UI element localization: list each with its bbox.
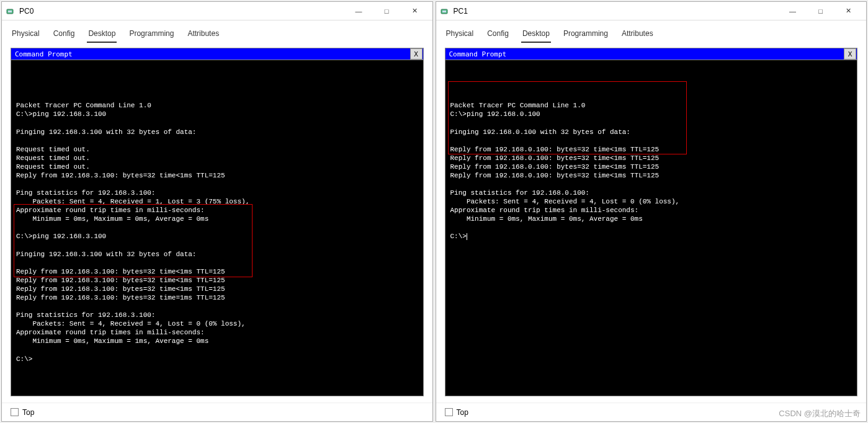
terminal-line: Reply from 192.168.3.100: bytes=32 time<… [16, 276, 418, 285]
terminal-line: Reply from 192.168.3.100: bytes=32 time<… [16, 171, 418, 180]
terminal-line: Ping statistics for 192.168.3.100: [16, 189, 418, 197]
terminal-line: C:\> [16, 355, 418, 363]
terminal-line [16, 302, 418, 311]
tab-config[interactable]: Config [52, 27, 76, 43]
terminal-line: Reply from 192.168.3.100: bytes=32 time=… [16, 293, 418, 302]
command-prompt-title: Command Prompt [449, 50, 844, 58]
terminal-line: Pinging 192.168.0.100 with 32 bytes of d… [450, 128, 852, 136]
tab-physical[interactable]: Physical [445, 27, 475, 43]
tab-desktop[interactable]: Desktop [87, 27, 117, 43]
terminal-line: Request timed out. [16, 154, 418, 163]
content-area: Command Prompt X Packet Tracer PC Comman… [2, 43, 432, 403]
terminal-line: Packets: Sent = 4, Received = 1, Lost = … [16, 197, 418, 206]
terminal-line: Packets: Sent = 4, Received = 4, Lost = … [450, 197, 852, 206]
top-label: Top [457, 408, 468, 417]
terminal-line [16, 136, 418, 145]
terminal-line: Pinging 192.168.3.100 with 32 bytes of d… [16, 250, 418, 259]
tab-programming[interactable]: Programming [128, 27, 175, 43]
terminal-line: C:\>ping 192.168.3.100 [16, 232, 418, 241]
terminal-line: Minimum = 0ms, Maximum = 1ms, Average = … [16, 337, 418, 345]
command-prompt-header: Command Prompt X [11, 48, 424, 60]
terminal-line [450, 136, 852, 145]
tab-attributes[interactable]: Attributes [620, 27, 655, 43]
titlebar[interactable]: PC1 — □ ✕ [436, 2, 867, 20]
terminal-line: Packet Tracer PC Command Line 1.0 [450, 101, 852, 110]
command-prompt-header: Command Prompt X [445, 48, 858, 60]
footer: Top [436, 403, 867, 421]
cursor [467, 233, 467, 240]
top-checkbox[interactable] [445, 408, 453, 416]
terminal-line: Reply from 192.168.3.100: bytes=32 time<… [16, 285, 418, 293]
titlebar[interactable]: PC0 — □ ✕ [2, 2, 432, 20]
terminal-line: Approximate round trip times in milli-se… [16, 206, 418, 215]
terminal-line [450, 223, 852, 232]
window-pc1: PC1 — □ ✕ Physical Config Desktop Progra… [436, 1, 867, 422]
window-title: PC1 [454, 7, 779, 16]
terminal-line: Request timed out. [16, 145, 418, 154]
terminal-line: C:\>ping 192.168.3.100 [16, 110, 418, 118]
minimize-button[interactable]: — [345, 2, 373, 20]
terminal-line: C:\>ping 192.168.0.100 [450, 110, 852, 118]
terminal-line [16, 180, 418, 189]
terminal-line: C:\> [450, 232, 852, 241]
terminal-line: Ping statistics for 192.168.0.100: [450, 189, 852, 197]
top-label: Top [22, 408, 34, 417]
terminal-line: Ping statistics for 192.168.3.100: [16, 311, 418, 319]
terminal-line [16, 241, 418, 250]
tab-config[interactable]: Config [486, 27, 510, 43]
terminal-line [450, 92, 852, 101]
top-checkbox[interactable] [11, 408, 19, 416]
maximize-button[interactable]: □ [373, 2, 401, 20]
tabs: Physical Config Desktop Programming Attr… [436, 20, 867, 43]
tabs: Physical Config Desktop Programming Attr… [2, 20, 432, 43]
app-icon [6, 6, 16, 16]
minimize-button[interactable]: — [779, 2, 807, 20]
command-prompt-close-button[interactable]: X [844, 48, 856, 60]
terminal-line [16, 118, 418, 127]
terminal[interactable]: Packet Tracer PC Command Line 1.0C:\>pin… [11, 60, 424, 396]
terminal-line: Request timed out. [16, 163, 418, 171]
terminal-line: Pinging 192.168.3.100 with 32 bytes of d… [16, 128, 418, 136]
window-title: PC0 [19, 7, 345, 16]
close-button[interactable]: ✕ [834, 2, 862, 20]
tab-programming[interactable]: Programming [562, 27, 609, 43]
terminal-line: Reply from 192.168.0.100: bytes=32 time<… [450, 154, 852, 163]
app-icon [440, 6, 450, 16]
terminal-line [16, 92, 418, 101]
tab-desktop[interactable]: Desktop [521, 27, 551, 43]
terminal-line: Packet Tracer PC Command Line 1.0 [16, 101, 418, 110]
terminal[interactable]: Packet Tracer PC Command Line 1.0C:\>pin… [445, 60, 858, 396]
command-prompt-close-button[interactable]: X [410, 48, 423, 60]
terminal-line [450, 180, 852, 189]
terminal-line: Reply from 192.168.3.100: bytes=32 time<… [16, 267, 418, 276]
terminal-line [16, 259, 418, 267]
terminal-line: Minimum = 0ms, Maximum = 0ms, Average = … [16, 215, 418, 223]
terminal-line: Reply from 192.168.0.100: bytes=32 time<… [450, 171, 852, 180]
terminal-line: Reply from 192.168.0.100: bytes=32 time<… [450, 145, 852, 154]
tab-attributes[interactable]: Attributes [186, 27, 220, 43]
content-area: Command Prompt X Packet Tracer PC Comman… [436, 43, 867, 403]
terminal-line: Packets: Sent = 4, Received = 4, Lost = … [16, 319, 418, 328]
terminal-line [16, 223, 418, 232]
window-pc0: PC0 — □ ✕ Physical Config Desktop Progra… [1, 1, 433, 422]
terminal-line: Approximate round trip times in milli-se… [450, 206, 852, 215]
maximize-button[interactable]: □ [807, 2, 834, 20]
svg-rect-3 [442, 11, 446, 12]
terminal-line: Approximate round trip times in milli-se… [16, 328, 418, 337]
footer: Top [2, 403, 432, 421]
close-button[interactable]: ✕ [401, 2, 429, 20]
terminal-line [16, 346, 418, 355]
terminal-line: Reply from 192.168.0.100: bytes=32 time<… [450, 163, 852, 171]
command-prompt-title: Command Prompt [15, 50, 410, 58]
terminal-line [450, 118, 852, 127]
svg-rect-1 [8, 11, 12, 12]
tab-physical[interactable]: Physical [11, 27, 41, 43]
terminal-line: Minimum = 0ms, Maximum = 0ms, Average = … [450, 215, 852, 223]
